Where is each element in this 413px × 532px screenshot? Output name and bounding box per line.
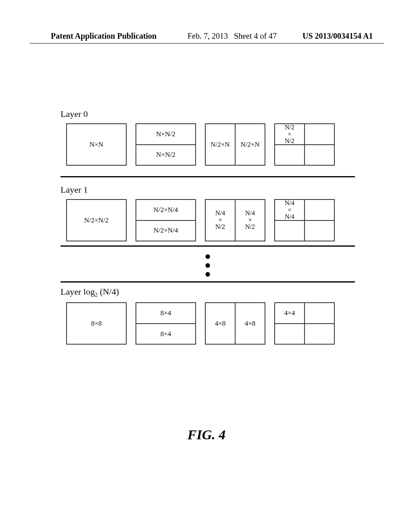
- layer-label-0: Layer 0: [60, 109, 355, 119]
- divider: [60, 176, 355, 177]
- block-l1-quad: N/4×N/4: [274, 199, 335, 241]
- header-rule: [30, 43, 384, 44]
- block-label: N/4×N/4: [275, 200, 305, 220]
- figure-caption: FIG. 4: [0, 427, 413, 443]
- ellipsis-vertical: ●●●: [60, 251, 355, 277]
- block-l1-full: N/2×N/2: [66, 199, 127, 241]
- header-date-sheet: Feb. 7, 2013 Sheet 4 of 47: [188, 31, 277, 41]
- divider: [60, 281, 355, 283]
- block-label: N/2×N: [236, 124, 265, 165]
- block-label: N/2×N/4: [136, 200, 195, 221]
- block-label: 4×4: [275, 303, 305, 323]
- layer-last-row: 8×8 8×4 8×4 4×8 4×8 4×4: [60, 302, 355, 345]
- block-l0-full: N×N: [66, 123, 127, 166]
- layer-label-1: Layer 1: [60, 185, 355, 195]
- block-label: 8×4: [136, 303, 195, 324]
- block-label: N×N/2: [136, 124, 195, 145]
- block-label: N/2×N/4: [136, 221, 195, 241]
- block-llast-quad: 4×4: [274, 302, 335, 345]
- block-llast-full: 8×8: [66, 302, 127, 345]
- block-label: N×N/2: [136, 145, 195, 165]
- divider: [60, 245, 355, 247]
- layer-0-row: N×N N×N/2 N×N/2 N/2×N N/2×N N/2×N/2: [60, 123, 355, 166]
- block-llast-hsplit: 8×4 8×4: [136, 302, 196, 345]
- block-label: 4×8: [236, 303, 265, 344]
- block-label: N/2×N/2: [275, 124, 305, 144]
- block-l1-hsplit: N/2×N/4 N/2×N/4: [136, 199, 196, 241]
- block-l0-hsplit: N×N/2 N×N/2: [136, 123, 196, 166]
- figure-4-content: Layer 0 N×N N×N/2 N×N/2 N/2×N N/2×N N/2×…: [60, 109, 355, 346]
- layer-1-row: N/2×N/2 N/2×N/4 N/2×N/4 N/4×N/2 N/4×N/2 …: [60, 199, 355, 241]
- block-label: N×N: [67, 124, 126, 165]
- header-publication: Patent Application Publication: [51, 31, 156, 41]
- layer-label-last: Layer log2 (N/4): [60, 287, 355, 298]
- block-label: 4×8: [206, 303, 236, 344]
- block-l0-quad: N/2×N/2: [274, 123, 335, 166]
- block-llast-vsplit: 4×8 4×8: [205, 302, 265, 345]
- block-l0-vsplit: N/2×N N/2×N: [205, 123, 265, 166]
- block-label: N/2×N/2: [67, 200, 126, 241]
- block-label: N/2×N: [206, 124, 236, 165]
- block-label: N/4×N/2: [206, 200, 236, 241]
- block-l1-vsplit: N/4×N/2 N/4×N/2: [205, 199, 265, 241]
- block-label: 8×4: [136, 324, 195, 344]
- block-label: N/4×N/2: [236, 200, 265, 241]
- header-pubnumber: US 2013/0034154 A1: [302, 31, 373, 41]
- block-label: 8×8: [67, 303, 126, 344]
